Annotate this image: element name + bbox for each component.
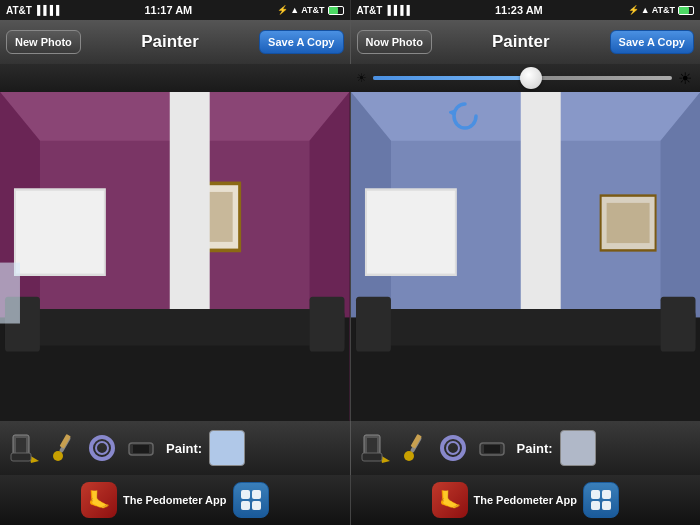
paint-bucket-icon-right bbox=[360, 433, 390, 463]
svg-rect-56 bbox=[591, 490, 600, 499]
svg-point-48 bbox=[442, 437, 464, 459]
pedometer-icon-left: 🦶 bbox=[81, 482, 117, 518]
carrier-left: AT&T bbox=[6, 5, 32, 16]
appstore-left: 🦶 The Pedometer App bbox=[0, 475, 351, 525]
svg-rect-57 bbox=[602, 490, 611, 499]
svg-rect-52 bbox=[241, 490, 250, 499]
carrier-right-left: AT&T bbox=[301, 5, 324, 15]
svg-point-37 bbox=[91, 437, 113, 459]
svg-rect-59 bbox=[602, 501, 611, 510]
wifi-icon-left: ▲ bbox=[290, 5, 299, 15]
bottom-toolbar: Paint: bbox=[0, 421, 700, 475]
svg-point-38 bbox=[96, 442, 108, 454]
svg-rect-26 bbox=[660, 297, 695, 352]
svg-point-49 bbox=[447, 442, 459, 454]
svg-rect-13 bbox=[0, 263, 20, 324]
svg-rect-55 bbox=[252, 501, 261, 510]
svg-rect-5 bbox=[15, 189, 105, 274]
ring-tool-left[interactable] bbox=[84, 430, 120, 466]
paint-bucket-icon-left bbox=[9, 433, 39, 463]
ring-tool-right[interactable] bbox=[435, 430, 471, 466]
paint-brush-icon-left bbox=[48, 433, 78, 463]
appstore-button-right[interactable] bbox=[583, 482, 619, 518]
paint-label-left: Paint: bbox=[166, 441, 202, 456]
svg-rect-22 bbox=[520, 92, 560, 336]
paint-swatch-left[interactable] bbox=[209, 430, 245, 466]
svg-rect-19 bbox=[365, 189, 455, 274]
toolbar-right: Paint: bbox=[351, 421, 701, 475]
brightness-track[interactable] bbox=[373, 76, 672, 80]
status-bar-right: AT&T ▐▐▐▐ 11:23 AM ⚡ ▲ AT&T bbox=[351, 0, 701, 20]
appstore-button-left[interactable] bbox=[233, 482, 269, 518]
carrier-right: AT&T bbox=[357, 5, 383, 16]
paint-brush-icon-right bbox=[399, 433, 429, 463]
brightness-min-icon: ☀ bbox=[356, 71, 367, 85]
roller-tool-left[interactable] bbox=[123, 430, 159, 466]
signal-left: ▐▐▐▐ bbox=[34, 5, 60, 15]
ring-icon-left bbox=[87, 433, 117, 463]
svg-rect-53 bbox=[252, 490, 261, 499]
time-right: 11:23 AM bbox=[410, 4, 628, 16]
appstore-right: 🦶 The Pedometer App bbox=[351, 475, 701, 525]
svg-rect-10 bbox=[5, 309, 345, 346]
appstore-icon-right bbox=[589, 488, 613, 512]
svg-rect-28 bbox=[606, 203, 649, 243]
svg-rect-31 bbox=[16, 438, 26, 454]
save-copy-button-left[interactable]: Save A Copy bbox=[259, 30, 343, 54]
paint-bucket-tool-right[interactable] bbox=[357, 430, 393, 466]
time-left: 11:17 AM bbox=[59, 4, 277, 16]
svg-rect-58 bbox=[591, 501, 600, 510]
pedometer-label-right: The Pedometer App bbox=[474, 494, 578, 506]
paint-brush-tool-left[interactable] bbox=[45, 430, 81, 466]
new-photo-button-left[interactable]: New Photo bbox=[6, 30, 81, 54]
svg-rect-8 bbox=[170, 92, 210, 336]
svg-rect-42 bbox=[367, 438, 377, 454]
room-svg-right bbox=[351, 92, 701, 421]
carrier-right2: AT&T bbox=[652, 5, 675, 15]
svg-rect-44 bbox=[362, 453, 382, 461]
pedometer-icon-right: 🦶 bbox=[432, 482, 468, 518]
pedometer-label-left: The Pedometer App bbox=[123, 494, 227, 506]
roller-icon-left bbox=[126, 433, 156, 463]
battery-left bbox=[328, 6, 344, 15]
app-title-left: Painter bbox=[85, 32, 255, 52]
undo-icon bbox=[449, 100, 481, 132]
new-photo-button-right[interactable]: Now Photo bbox=[357, 30, 432, 54]
app-header-left: New Photo Painter Save A Copy bbox=[0, 20, 351, 64]
svg-point-46 bbox=[404, 451, 414, 461]
room-image-left bbox=[0, 92, 351, 421]
room-svg-left bbox=[0, 92, 350, 421]
paint-brush-tool-right[interactable] bbox=[396, 430, 432, 466]
bt-icon-right: ⚡ bbox=[628, 5, 639, 15]
svg-point-35 bbox=[53, 451, 63, 461]
svg-rect-51 bbox=[484, 445, 500, 453]
ring-icon-right bbox=[438, 433, 468, 463]
svg-rect-54 bbox=[241, 501, 250, 510]
paint-swatch-right[interactable] bbox=[560, 430, 596, 466]
save-copy-button-right[interactable]: Save A Copy bbox=[610, 30, 694, 54]
paint-label-right: Paint: bbox=[517, 441, 553, 456]
brightness-slider-row: ☀ ☀ bbox=[0, 64, 700, 92]
room-image-right bbox=[351, 92, 701, 421]
appstore-icon-left bbox=[239, 488, 263, 512]
signal-right: ▐▐▐▐ bbox=[384, 5, 410, 15]
svg-rect-24 bbox=[355, 309, 695, 346]
svg-rect-25 bbox=[355, 297, 390, 352]
roller-tool-right[interactable] bbox=[474, 430, 510, 466]
bt-icon-left: ⚡ bbox=[277, 5, 288, 15]
toolbar-left: Paint: bbox=[0, 421, 351, 475]
appstore-bar: 🦶 The Pedometer App 🦶 The Pedometer App bbox=[0, 475, 700, 525]
brightness-max-icon: ☀ bbox=[678, 69, 692, 88]
svg-rect-33 bbox=[11, 453, 31, 461]
svg-rect-12 bbox=[310, 297, 345, 352]
paint-bucket-tool-left[interactable] bbox=[6, 430, 42, 466]
app-title-right: Painter bbox=[436, 32, 606, 52]
svg-rect-40 bbox=[133, 445, 149, 453]
wifi-icon-right: ▲ bbox=[641, 5, 650, 15]
roller-icon-right bbox=[477, 433, 507, 463]
undo-arrow[interactable] bbox=[447, 98, 483, 134]
status-bar-left: AT&T ▐▐▐▐ 11:17 AM ⚡ ▲ AT&T bbox=[0, 0, 351, 20]
battery-right bbox=[678, 6, 694, 15]
app-header-right: Now Photo Painter Save A Copy bbox=[351, 20, 701, 64]
